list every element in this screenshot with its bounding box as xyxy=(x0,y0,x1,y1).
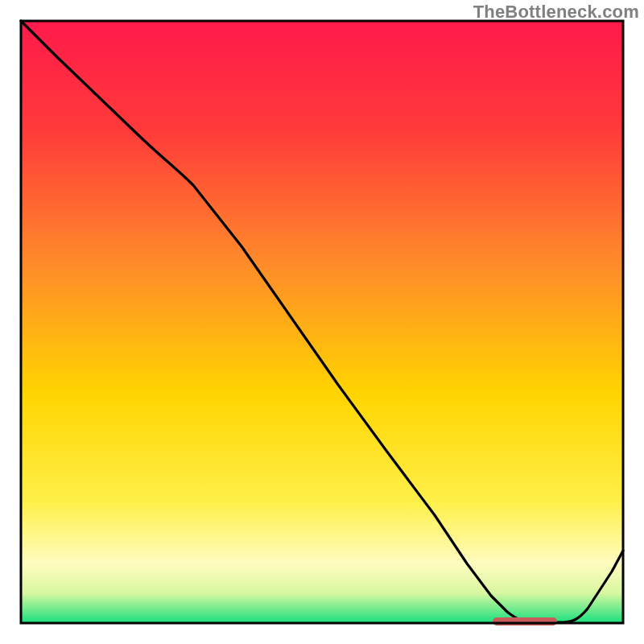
chart-container: { "watermark": "TheBottleneck.com", "col… xyxy=(0,0,644,644)
watermark-text: TheBottleneck.com xyxy=(473,2,639,23)
plot-background xyxy=(21,21,623,623)
chart-svg xyxy=(0,0,644,644)
